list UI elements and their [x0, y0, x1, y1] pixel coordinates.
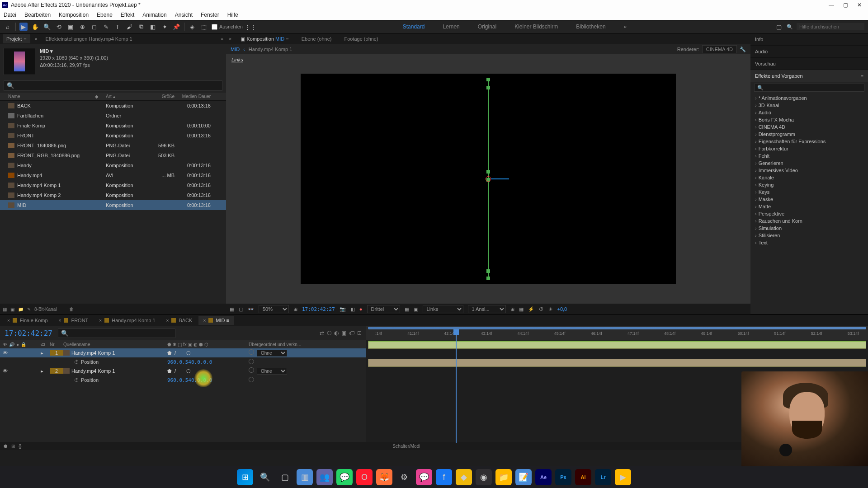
zoom-tool-icon[interactable]: 🔍	[43, 23, 51, 31]
notepad-icon[interactable]: 📝	[515, 469, 532, 485]
opera-icon[interactable]: O	[356, 469, 373, 485]
effect-category[interactable]: Audio	[750, 109, 868, 116]
project-item[interactable]: Handy.mp4 Komp 2 Komposition 0:00:13:16	[0, 190, 226, 200]
menu-komposition[interactable]: Komposition	[59, 12, 89, 18]
panel-vorschau[interactable]: Vorschau	[750, 58, 868, 70]
zoom-dropdown[interactable]: 50%	[259, 305, 289, 313]
camera-tool-icon[interactable]: ▣	[66, 23, 75, 31]
workspace-bib[interactable]: Bibliotheken	[576, 23, 605, 30]
parent-dropdown[interactable]: Ohne	[257, 368, 287, 375]
layer-row[interactable]: 👁 ▸ 1 Handy.mp4 Komp 1 ⬟/⬡ Ohne	[0, 348, 366, 357]
parent-header[interactable]: Übergeordnet und verkn...	[240, 342, 366, 347]
app-icon-3[interactable]: ▶	[615, 469, 631, 485]
hand-tool-icon[interactable]: ✋	[31, 23, 39, 31]
project-item[interactable]: FRONT_1840886.png PNG-Datei 596 KB	[0, 141, 226, 150]
composition-viewer[interactable]: Links	[226, 54, 750, 304]
stopwatch-icon[interactable]: ⏱	[74, 359, 79, 365]
layer-row[interactable]: 👁 ▸ 2 Handy.mp4 Komp 1 ⬟/⬡ Ohne	[0, 366, 366, 375]
lr-taskbar-icon[interactable]: Lr	[595, 469, 611, 485]
col-tag-header[interactable]: ◆	[95, 94, 106, 99]
ps-taskbar-icon[interactable]: Ps	[555, 469, 571, 485]
resolution-dropdown[interactable]: Drittel	[367, 305, 400, 313]
effect-category[interactable]: Generieren	[750, 160, 868, 167]
menu-ansicht[interactable]: Ansicht	[175, 12, 193, 18]
panel-audio[interactable]: Audio	[750, 46, 868, 57]
z-axis-handle[interactable]	[491, 178, 509, 179]
tab-close-icon[interactable]: ×	[99, 318, 102, 323]
effect-category[interactable]: Keying	[750, 181, 868, 188]
channel-icon[interactable]: ●	[359, 306, 363, 312]
tl-frame-icon[interactable]: ▣	[341, 330, 346, 336]
layer-clip[interactable]	[368, 341, 866, 349]
alpha-icon[interactable]: ▦	[230, 306, 234, 312]
search-taskbar-icon[interactable]: 🔍	[257, 469, 273, 485]
effect-category[interactable]: Stilisieren	[750, 232, 868, 239]
menu-ebene[interactable]: Ebene	[97, 12, 113, 18]
panel-effekte[interactable]: Effekte und Vorgaben≡	[750, 70, 868, 82]
num-header[interactable]: Nr.	[50, 342, 63, 347]
roto-tool-icon[interactable]: ✦	[160, 23, 169, 31]
effect-category[interactable]: Maske	[750, 196, 868, 203]
mask-mode-icon[interactable]: ◈	[188, 23, 196, 31]
project-item[interactable]: FRONT_RGB_1840886.png PNG-Datei 503 KB	[0, 150, 226, 160]
col-size-header[interactable]: Größe	[151, 94, 178, 99]
project-item[interactable]: FRONT Komposition 0:00:13:16	[0, 131, 226, 141]
3d-icon[interactable]: ▣	[414, 306, 418, 312]
effect-category[interactable]: Fehlt	[750, 152, 868, 160]
adjust-icon[interactable]: ✎	[27, 307, 31, 312]
region-icon[interactable]: ◧	[350, 306, 355, 312]
panel-menu-icon[interactable]: ≡	[861, 73, 863, 79]
mask-icon[interactable]: ▢	[239, 306, 243, 312]
anchor-tool-icon[interactable]: ⊕	[78, 23, 86, 31]
menu-effekt[interactable]: Effekt	[121, 12, 134, 18]
whatsapp-icon[interactable]: 💬	[336, 469, 353, 485]
help-search-input[interactable]	[797, 23, 864, 30]
workspace-klein[interactable]: Kleiner Bildschirm	[514, 23, 558, 30]
toggle-brackets-icon[interactable]: {}	[19, 444, 22, 449]
effect-category[interactable]: * Animationsvorgaben	[750, 94, 868, 102]
tab-projekt[interactable]: Projekt ≡	[3, 34, 30, 43]
project-item[interactable]: Handy.mp4 AVI ... MB 0:00:13:16	[0, 170, 226, 180]
effect-category[interactable]: 3D-Kanal	[750, 102, 868, 109]
effect-category[interactable]: Boris FX Mocha	[750, 116, 868, 123]
col-name-header[interactable]: Name	[0, 94, 95, 99]
views-count-dropdown[interactable]: 1 Ansi...	[468, 305, 506, 313]
orbit-tool-icon[interactable]: ⟲	[55, 23, 63, 31]
transparency-icon[interactable]: ▦	[405, 306, 409, 312]
facebook-icon[interactable]: f	[436, 469, 452, 485]
effect-category[interactable]: Dienstprogramm	[750, 131, 868, 138]
toggle-modes-icon[interactable]: ⊞	[11, 444, 15, 449]
panel-info[interactable]: Info	[750, 33, 868, 45]
position-value[interactable]: 960,0,540,0,0,0	[167, 377, 240, 383]
tl-graph-icon[interactable]: ⬡	[327, 330, 331, 336]
maximize-button[interactable]: ▢	[843, 2, 848, 8]
timeline-tab[interactable]: ×FRONT	[54, 316, 93, 325]
app-icon-1[interactable]: ⚙	[396, 469, 412, 485]
tab-footage[interactable]: Footage (ohne)	[340, 34, 382, 43]
layer-property-row[interactable]: ⏱ Position 960,0,540,0,0,0	[0, 375, 366, 385]
project-item[interactable]: BACK Komposition 0:00:13:16	[0, 101, 226, 111]
minimize-button[interactable]: —	[829, 2, 834, 8]
tl-comp-icon[interactable]: ⇄	[320, 330, 324, 336]
layer-property-row[interactable]: ⏱ Position 960,0,540,0,0,0	[0, 357, 366, 366]
goggles-icon[interactable]: 👓	[248, 306, 254, 312]
effect-category[interactable]: Immersives Video	[750, 167, 868, 174]
snap-opts-icon[interactable]: ⋮⋮	[246, 23, 255, 31]
tl-expand-icon[interactable]: ⊡	[357, 330, 362, 336]
effect-category[interactable]: Eigenschaften für Expressions	[750, 138, 868, 145]
view-dropdown[interactable]: Links	[423, 305, 463, 313]
timeline-icon[interactable]: ⏱	[539, 306, 544, 312]
folder-icon[interactable]: 📁	[495, 469, 512, 485]
close-button[interactable]: ✕	[857, 2, 862, 8]
ae-taskbar-icon[interactable]: Ae	[535, 469, 552, 485]
menu-datei[interactable]: Datei	[4, 12, 16, 18]
pickwhip-icon[interactable]	[249, 367, 254, 373]
pixel-icon[interactable]: ▦	[519, 306, 524, 312]
timeline-tab[interactable]: ×MID ≡	[198, 316, 233, 325]
parent-dropdown[interactable]: Ohne	[257, 350, 287, 357]
panel-toggle-icon[interactable]: ▢	[775, 23, 783, 31]
selection-tool-icon[interactable]: ▶	[19, 23, 28, 31]
menu-animation[interactable]: Animation	[142, 12, 166, 18]
align-checkbox[interactable]: Ausrichten	[212, 24, 243, 30]
messenger-icon[interactable]: 💬	[416, 469, 432, 485]
